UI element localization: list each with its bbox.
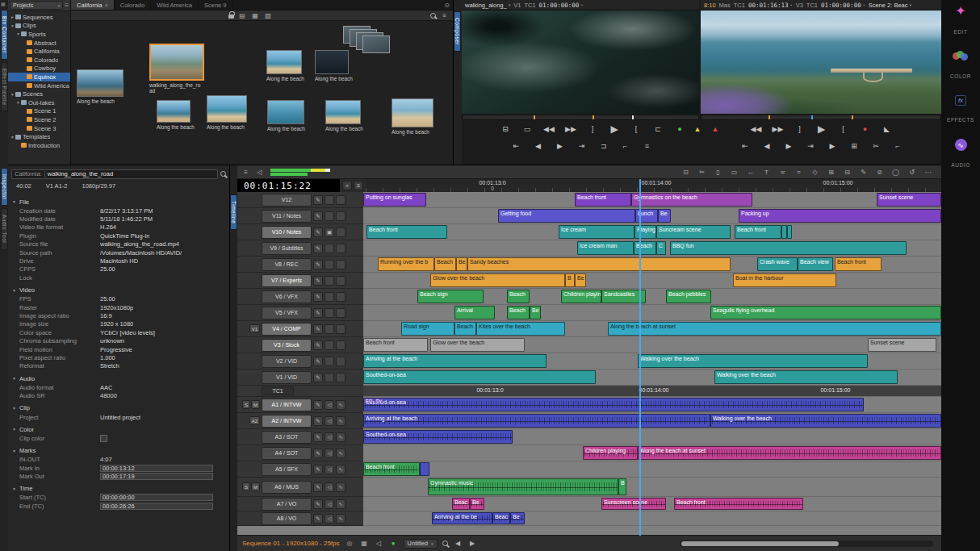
track-button-v6-vfx[interactable]: V6 / VFX [262,290,312,303]
clip-beach-view[interactable]: Beach view [798,257,833,271]
patch-button-v1[interactable]: V1 [249,324,260,333]
monitor-toggle-icon[interactable] [325,195,334,205]
clip-walking-over-the-beach[interactable]: Walking over the beach [638,354,868,368]
track-lane-tc1[interactable]: 00:01:13:000:01:14:0000:01:15:00 [363,386,941,397]
lock-toggle-icon[interactable] [336,276,346,286]
pencil-icon[interactable]: ✎ [313,324,323,334]
waveform-toggle-icon[interactable]: ∿ [336,482,346,492]
lock-toggle-icon[interactable] [336,195,346,205]
target-bin-dropdown[interactable]: Untitled [404,539,438,549]
field-value[interactable]: 00:00:00:00 [100,494,213,501]
lock-toggle-icon[interactable] [336,260,346,269]
clip-segment[interactable] [420,462,429,476]
mark-out-icon[interactable]: ] [794,123,806,136]
track-button-v3-stock[interactable]: V3 / Stock [262,339,312,352]
section-header-marks[interactable]: ▼Marks [8,446,229,456]
clip-glow-over-the-beach[interactable]: Glow over the beach [430,338,525,352]
tree-item-scene-1[interactable]: Scene 1 [8,107,70,116]
monitor-menu-00-01-16-13[interactable]: 00:01:16:13 [748,2,793,9]
track-button-a4-sot[interactable]: A4 / SOT [262,447,312,460]
tree-item-colorado[interactable]: Colorado [8,56,70,65]
monitor-label-tc1[interactable]: TC1 [734,2,745,9]
tree-item-out-takes[interactable]: ▾Out-takes [8,98,70,107]
section-header-file[interactable]: ▼File [8,197,229,207]
monitor-menu-01-00-00-00[interactable]: 01:00:00:00 [539,2,584,9]
speaker-toggle-icon[interactable]: ◁ [325,514,334,524]
clip-ice-cream[interactable]: Ice cream [559,225,634,239]
mark-clip-icon[interactable]: ⊏ [651,123,664,136]
clip-sunscreen-scene[interactable]: Sunscreen scene [601,498,666,510]
clip-getting-food[interactable]: Getting food [498,209,635,223]
mark-in-icon[interactable]: [ [630,123,643,136]
speaker-icon[interactable]: ◁ [254,168,265,177]
clip-crash-wave[interactable]: Crash wave [757,257,798,271]
tree-item-scene-2[interactable]: Scene 2 [8,115,70,124]
track-lane-a7-vo[interactable]: BeacBeSunscreen sceneBeach front [363,497,941,511]
timeline-ruler[interactable]: 00:01:13:0000:01:14:0000:01:15:00 [366,179,941,192]
track-lane-v12[interactable]: Putting on sunglasBeach frontGymnastics … [363,192,941,208]
workspace-effects[interactable]: fxEFFECTS [947,95,974,123]
overwrite-icon[interactable]: ▲ [709,123,722,136]
clip-color-checkbox[interactable] [100,435,107,442]
monitor-toggle-icon[interactable] [325,211,334,221]
clip-ice-cream-man[interactable]: Ice cream man [577,241,634,255]
monitor-toggle-icon[interactable] [325,244,334,253]
clip-road-sign[interactable]: Road sign [401,322,454,336]
align-icon[interactable]: ≍ [777,168,788,177]
source-record-toggle-icon[interactable]: ⊟ [499,123,512,136]
waveform-toggle-icon[interactable]: ∿ [336,514,346,524]
record-icon[interactable]: ● [859,123,872,136]
tree-item-templates[interactable]: ▾Templates [8,132,70,141]
waveform-toggle-icon[interactable]: ∿ [336,449,346,458]
clip-seagulls-flying-overhead[interactable]: Seagulls flying overhead [710,306,941,319]
clip-putting-on-sunglas[interactable]: Putting on sunglas [363,193,426,207]
monitor-label-tc1[interactable]: TC1 [524,2,535,9]
pencil-icon[interactable]: ✎ [313,373,323,382]
track-lane-v1-vid[interactable]: Southed-on-seaWalking over the beach [363,369,941,386]
monitor-label-v3[interactable]: V3 [796,2,803,9]
collapse-icon[interactable]: ▾ [10,135,15,140]
monitor-toggle-icon[interactable] [325,308,334,318]
clip-along-the-beach-at-sunset[interactable]: Along the beach at sunset [638,446,941,460]
tree-item-equinox[interactable]: Equinox [8,73,70,81]
tree-item-introduction[interactable]: Introduction [8,141,70,150]
track-button-v1-vid[interactable]: V1 / VID [262,371,312,384]
source-monitor[interactable] [462,10,699,114]
clip-arrival[interactable]: Arrival [454,306,495,319]
track-lane-v8-rec[interactable]: Running over the bBeachBeSandy beachesCr… [363,257,941,273]
null-tool-icon[interactable]: ⊘ [874,168,885,177]
field-value[interactable]: 00:00:13:12 [100,465,213,472]
monitor-menu-walking-along[interactable]: walking_along_ [465,2,510,9]
step-forward-icon[interactable]: ▶ [782,140,795,152]
search-icon[interactable] [430,13,436,19]
tree-item-sequences[interactable]: ▸Sequences [8,13,70,22]
track-lane-v6-vfx[interactable]: Beach signBeachChildren playingSandcastl… [363,289,941,305]
audio-effect-chip-dy[interactable]: Dy [375,399,383,403]
track-lane-v11-notes[interactable]: Getting foodLunchBePacking up [363,208,941,224]
more-tools-icon[interactable]: ⋯ [923,168,933,177]
track-button-a2-intvw[interactable]: A2 / INTVW [262,415,312,428]
bin-clip-thumbnail[interactable] [207,95,247,123]
timeline-fast-menu-icon[interactable]: ≡ [354,181,363,190]
clip-boat-in-the-harbour[interactable]: Boat in the harbour [733,273,836,287]
project-menu-icon[interactable]: ≡ [65,2,69,9]
bin-clip-thumbnail[interactable] [267,100,304,124]
clip-gymnastic-music[interactable]: Gymnastic music [428,478,618,495]
pencil-tool-icon[interactable]: ✎ [858,168,869,177]
clip-beach-pebbles[interactable]: Beach pebbles [666,290,711,303]
circle-tool-icon[interactable]: ◯ [890,168,901,177]
tree-item-clips[interactable]: ▾Clips [8,22,70,31]
bin-menu-icon[interactable]: ≡ [439,11,450,20]
clip-beach[interactable]: Beach [507,306,530,319]
track-button-v4-comp[interactable]: V4 / COMP [262,323,312,336]
track-lane-v10-notes[interactable]: Beach frontIce creamPlayingSuncream scen… [363,224,941,240]
clip-beach-front[interactable]: Beach front [363,462,420,476]
frame-view-icon[interactable]: ▦ [250,11,261,20]
trim-tool-icon[interactable]: ↔ [745,168,756,177]
bin-clip-thumbnail[interactable] [392,98,433,127]
pencil-icon[interactable]: ✎ [313,195,323,205]
clip-segment[interactable] [781,225,787,239]
panel-tab-composer[interactable]: Composer [454,11,461,52]
speaker-toggle-icon[interactable]: ◁ [325,400,334,410]
play-in-to-out-icon[interactable]: ⊐ [597,140,610,152]
